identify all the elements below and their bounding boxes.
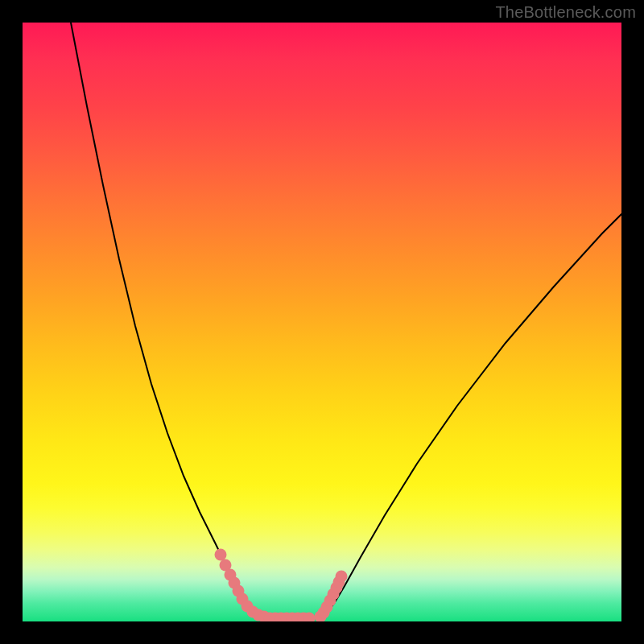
curve-left-branch: [71, 23, 272, 618]
curve-svg: [23, 23, 621, 621]
curve-right-branch: [316, 214, 621, 618]
chart-frame: TheBottleneck.com: [0, 0, 644, 644]
watermark-text: TheBottleneck.com: [495, 3, 636, 22]
marker-dot: [215, 549, 227, 561]
plot-area: [23, 23, 621, 621]
marker-dot: [336, 571, 348, 583]
marker-group: [215, 549, 348, 622]
